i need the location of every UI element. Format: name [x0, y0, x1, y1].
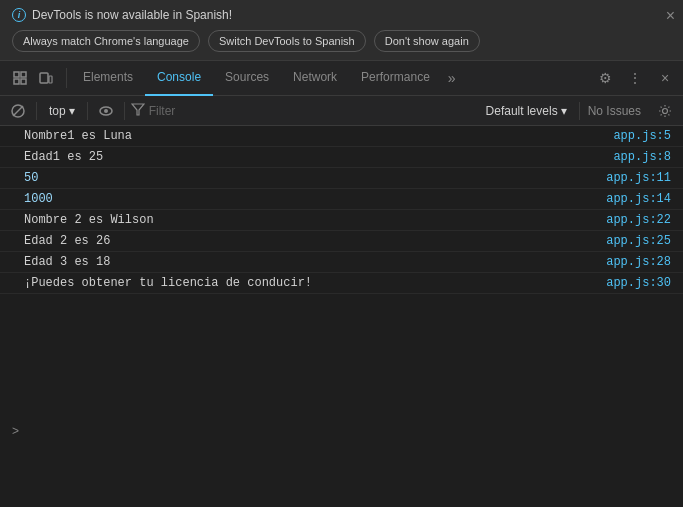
- console-settings-button[interactable]: [653, 99, 677, 123]
- console-row: Edad 2 es 26app.js:25: [0, 231, 683, 252]
- console-row: Edad1 es 25app.js:8: [0, 147, 683, 168]
- svg-rect-4: [40, 73, 48, 83]
- notification-text: DevTools is now available in Spanish!: [32, 8, 232, 22]
- console-row: Edad 3 es 18app.js:28: [0, 252, 683, 273]
- tab-sources[interactable]: Sources: [213, 61, 281, 96]
- always-match-button[interactable]: Always match Chrome's language: [12, 30, 200, 52]
- info-icon: i: [12, 8, 26, 22]
- inspect-icon-button[interactable]: [8, 66, 32, 90]
- console-row-link[interactable]: app.js:25: [606, 234, 671, 248]
- console-row-text: Edad 2 es 26: [24, 234, 110, 248]
- chevron-icon: >: [12, 424, 19, 438]
- console-input[interactable]: [25, 424, 671, 438]
- svg-rect-5: [49, 76, 52, 83]
- notification-bar: i DevTools is now available in Spanish! …: [0, 0, 683, 61]
- svg-marker-10: [132, 104, 144, 115]
- toolbar-divider-1: [36, 102, 37, 120]
- console-row: ¡Puedes obtener tu licencia de conducir!…: [0, 273, 683, 294]
- console-row-link[interactable]: app.js:14: [606, 192, 671, 206]
- device-icon: [38, 70, 54, 86]
- clear-icon: [10, 103, 26, 119]
- console-row-text: 50: [24, 171, 38, 185]
- console-row: Nombre1 es Lunaapp.js:5: [0, 126, 683, 147]
- filter-icon: [131, 102, 145, 119]
- console-row: Nombre 2 es Wilsonapp.js:22: [0, 210, 683, 231]
- console-row-link[interactable]: app.js:22: [606, 213, 671, 227]
- toolbar-divider-2: [87, 102, 88, 120]
- close-notification-button[interactable]: ×: [666, 8, 675, 24]
- svg-rect-1: [21, 72, 26, 77]
- settings-icon: [658, 104, 672, 118]
- console-row-text: 1000: [24, 192, 53, 206]
- tab-performance[interactable]: Performance: [349, 61, 442, 96]
- console-row: 50app.js:11: [0, 168, 683, 189]
- notification-buttons: Always match Chrome's language Switch De…: [12, 30, 671, 52]
- console-row-text: Edad1 es 25: [24, 150, 103, 164]
- more-tabs-button[interactable]: »: [442, 61, 462, 96]
- more-options-button[interactable]: ⋮: [621, 64, 649, 92]
- eye-icon: [98, 103, 114, 119]
- console-row-text: Nombre 2 es Wilson: [24, 213, 154, 227]
- svg-point-11: [663, 108, 668, 113]
- console-row-text: Edad 3 es 18: [24, 255, 110, 269]
- default-levels-button[interactable]: Default levels ▾: [478, 102, 575, 120]
- console-row: 1000app.js:14: [0, 189, 683, 210]
- no-issues-button[interactable]: No Issues: [579, 102, 649, 120]
- tab-console[interactable]: Console: [145, 61, 213, 96]
- svg-rect-2: [14, 79, 19, 84]
- console-row-text: Nombre1 es Luna: [24, 129, 132, 143]
- svg-rect-0: [14, 72, 19, 77]
- console-row-link[interactable]: app.js:30: [606, 276, 671, 290]
- toolbar-divider-3: [124, 102, 125, 120]
- tab-bar: Elements Console Sources Network Perform…: [0, 61, 683, 96]
- tab-elements[interactable]: Elements: [71, 61, 145, 96]
- tab-network[interactable]: Network: [281, 61, 349, 96]
- console-row-link[interactable]: app.js:5: [613, 129, 671, 143]
- close-devtools-button[interactable]: ×: [651, 64, 679, 92]
- console-output: Nombre1 es Lunaapp.js:5Edad1 es 25app.js…: [0, 126, 683, 420]
- console-toolbar: top ▾ Default levels ▾ No Issues: [0, 96, 683, 126]
- inspect-icon: [12, 70, 28, 86]
- console-input-row: >: [0, 420, 683, 442]
- console-row-text: ¡Puedes obtener tu licencia de conducir!: [24, 276, 312, 290]
- dont-show-button[interactable]: Don't show again: [374, 30, 480, 52]
- console-row-link[interactable]: app.js:8: [613, 150, 671, 164]
- svg-line-7: [13, 106, 23, 116]
- console-row-link[interactable]: app.js:11: [606, 171, 671, 185]
- tab-settings-group: ⚙ ⋮ ×: [591, 64, 679, 92]
- devtools-settings-button[interactable]: ⚙: [591, 64, 619, 92]
- filter-area: [131, 102, 474, 119]
- eye-button[interactable]: [94, 99, 118, 123]
- tab-divider: [66, 68, 67, 88]
- tab-icons: [4, 66, 62, 90]
- console-row-link[interactable]: app.js:28: [606, 255, 671, 269]
- notification-title: i DevTools is now available in Spanish!: [12, 8, 671, 22]
- svg-rect-3: [21, 79, 26, 84]
- switch-spanish-button[interactable]: Switch DevTools to Spanish: [208, 30, 366, 52]
- clear-console-button[interactable]: [6, 99, 30, 123]
- device-toolbar-button[interactable]: [34, 66, 58, 90]
- context-selector[interactable]: top ▾: [43, 102, 81, 120]
- filter-input[interactable]: [149, 104, 474, 118]
- svg-point-9: [104, 109, 108, 113]
